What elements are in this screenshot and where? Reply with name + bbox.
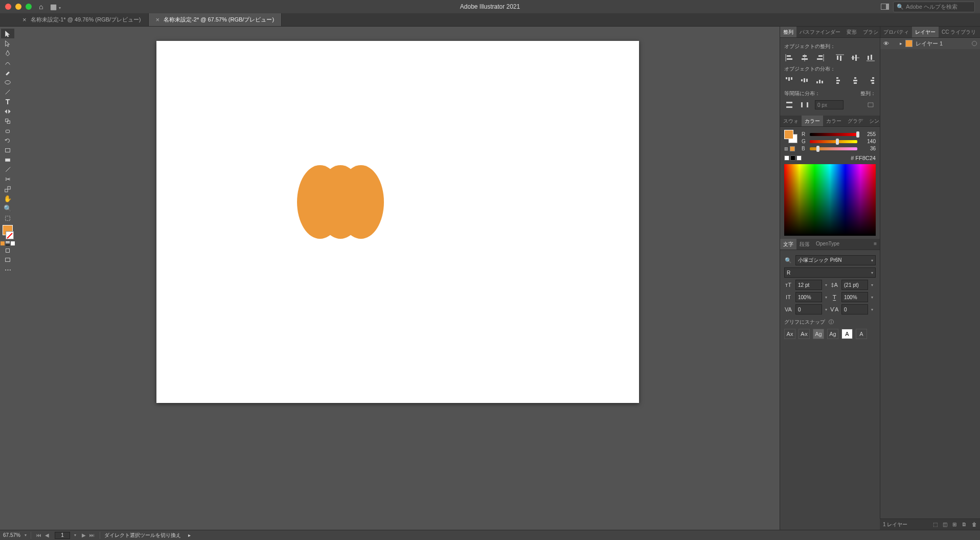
arrange-menu-icon[interactable]: ▦ ▾ — [50, 3, 61, 11]
align-hcenter-icon[interactable] — [800, 53, 810, 62]
canvas-area[interactable] — [15, 27, 780, 530]
r-slider[interactable] — [810, 133, 857, 136]
first-artboard-icon[interactable]: ⏮ — [35, 532, 42, 538]
glyph-btn-4[interactable]: Ag — [827, 329, 838, 339]
prev-artboard-icon[interactable]: ◀ — [43, 532, 51, 538]
glyph-btn-6[interactable]: A — [856, 329, 867, 339]
align-top-icon[interactable] — [835, 53, 845, 62]
r-value[interactable]: 255 — [860, 131, 876, 137]
glyph-btn-3[interactable]: Ag — [813, 329, 824, 339]
tab-cc-libraries[interactable]: CC ライブラリ — [939, 27, 979, 37]
color-spectrum[interactable] — [784, 164, 876, 236]
glyph-btn-1[interactable]: Ax — [784, 329, 795, 339]
close-window[interactable] — [5, 4, 11, 10]
dist-hcenter-icon[interactable] — [850, 76, 860, 85]
fill-stroke-swatch[interactable] — [784, 130, 797, 143]
hand-tool[interactable]: ✋ — [1, 194, 14, 204]
spacing-input[interactable] — [815, 100, 844, 109]
hscale-input[interactable]: 100% — [841, 292, 868, 302]
document-tab-1[interactable]: × 名称未設定-1* @ 49.76% (RGB/プレビュー) — [15, 13, 149, 26]
dist-top-icon[interactable] — [784, 76, 794, 85]
chevron-right-icon[interactable]: ▸ — [900, 41, 902, 46]
chevron-down-icon[interactable]: ▾ — [25, 533, 27, 537]
artboard-number-input[interactable] — [55, 532, 70, 539]
zoom-tool[interactable]: 🔍 — [1, 204, 14, 213]
locate-layer-icon[interactable]: ⬚ — [933, 522, 938, 527]
g-value[interactable]: 140 — [860, 139, 876, 144]
tracking-input[interactable]: 0 — [841, 304, 868, 314]
tab-opentype[interactable]: OpenType — [813, 239, 842, 250]
new-sublayer-icon[interactable]: ⊞ — [952, 522, 956, 527]
none-mode-icon[interactable] — [11, 241, 15, 245]
align-bottom-icon[interactable] — [865, 53, 876, 62]
shape-builder-tool[interactable] — [1, 116, 14, 126]
brush-tool[interactable] — [1, 68, 14, 77]
maximize-window[interactable] — [26, 4, 32, 10]
zoom-level[interactable]: 67.57% — [3, 532, 20, 538]
tab-layers[interactable]: レイヤー — [912, 27, 939, 37]
document-tab-2[interactable]: × 名称未設定-2* @ 67.57% (RGB/プレビュー) — [149, 13, 282, 26]
font-style-input[interactable]: R▾ — [784, 267, 876, 278]
leading-input[interactable]: (21 pt) — [841, 280, 868, 290]
font-size-input[interactable]: 12 pt — [795, 280, 822, 290]
tab-color[interactable]: カラー — [802, 116, 823, 126]
pumpkin-shape[interactable] — [294, 164, 386, 240]
chevron-down-icon[interactable]: ▾ — [74, 533, 76, 537]
scissors-tool[interactable]: ✂ — [1, 174, 14, 184]
hex-value[interactable]: FF8C24 — [855, 155, 876, 161]
glyph-btn-5[interactable]: A — [841, 329, 853, 339]
tab-swatches[interactable]: スウォ — [780, 116, 802, 126]
selection-tool[interactable] — [1, 29, 14, 38]
scale-tool[interactable] — [1, 184, 14, 194]
tab-paragraph[interactable]: 段落 — [796, 239, 813, 250]
dist-vspace-icon[interactable] — [784, 100, 794, 109]
curvature-tool[interactable] — [1, 58, 14, 68]
dist-right-icon[interactable] — [865, 76, 876, 85]
reflect-tool[interactable] — [1, 106, 14, 116]
align-left-icon[interactable] — [784, 53, 794, 62]
edit-toolbar-icon[interactable]: ⋯ — [1, 265, 14, 275]
g-slider[interactable] — [810, 140, 857, 143]
rectangle-tool[interactable] — [1, 145, 14, 155]
align-vcenter-icon[interactable] — [850, 53, 860, 62]
b-slider[interactable] — [810, 147, 857, 150]
chevron-right-icon[interactable]: ▸ — [188, 532, 191, 538]
line-tool[interactable] — [1, 87, 14, 97]
direct-selection-tool[interactable] — [1, 38, 14, 48]
tab-transform[interactable]: 変形 — [844, 27, 860, 37]
info-icon[interactable]: ⓘ — [829, 319, 834, 325]
panel-menu-icon[interactable]: ≡ — [871, 239, 880, 250]
close-icon[interactable]: × — [22, 16, 27, 24]
screen-mode-icon[interactable] — [1, 255, 14, 265]
solid-mode-icon[interactable] — [1, 241, 5, 245]
close-icon[interactable]: × — [156, 16, 160, 24]
dist-hspace-icon[interactable] — [800, 100, 810, 109]
next-artboard-icon[interactable]: ▶ — [80, 532, 87, 538]
gradient-tool[interactable] — [1, 155, 14, 165]
tab-pathfinder[interactable]: パスファインダー — [796, 27, 844, 37]
white-swatch-icon[interactable] — [796, 155, 802, 161]
black-swatch-icon[interactable] — [790, 155, 795, 161]
clip-mask-icon[interactable]: ◫ — [943, 522, 947, 527]
tab-brushes[interactable]: ブラシ — [860, 27, 881, 37]
rotate-tool[interactable] — [1, 136, 14, 145]
dist-vcenter-icon[interactable] — [800, 76, 810, 85]
dist-bottom-icon[interactable] — [815, 76, 825, 85]
visibility-icon[interactable]: 👁 — [883, 40, 891, 47]
delete-layer-icon[interactable]: 🗑 — [972, 522, 977, 527]
new-layer-icon[interactable]: 🗎 — [962, 522, 967, 527]
layer-name[interactable]: レイヤー 1 — [916, 40, 943, 48]
none-swatch-icon[interactable] — [784, 155, 789, 161]
pen-tool[interactable] — [1, 48, 14, 58]
help-search[interactable]: 🔍 Adobe ヘルプを検索 — [893, 2, 975, 12]
target-icon[interactable] — [972, 41, 977, 46]
last-artboard-icon[interactable]: ⏭ — [88, 532, 96, 538]
eyedropper-tool[interactable] — [1, 165, 14, 174]
ellipse-tool[interactable] — [1, 77, 14, 87]
stroke-color-swatch[interactable] — [6, 231, 14, 239]
artboard-tool[interactable] — [1, 213, 14, 223]
tab-gradient[interactable]: グラデ — [845, 116, 866, 126]
tab-align[interactable]: 整列 — [780, 27, 796, 37]
eraser-tool[interactable] — [1, 126, 14, 136]
draw-mode-icon[interactable] — [1, 245, 14, 255]
